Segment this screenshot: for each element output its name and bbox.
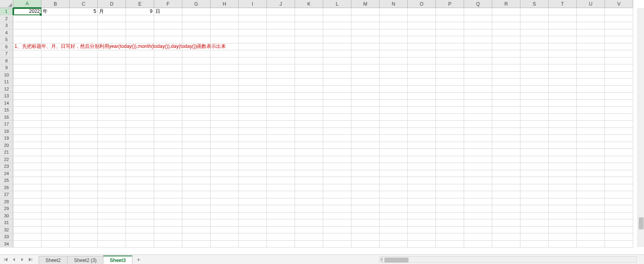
cell-O6[interactable]: [408, 43, 436, 51]
cell-T6[interactable]: [549, 43, 577, 51]
cell-H34[interactable]: [211, 241, 239, 248]
cell-S7[interactable]: [520, 50, 549, 58]
cell-Q25[interactable]: [464, 177, 492, 184]
cell-I6[interactable]: [239, 43, 267, 51]
cell-I32[interactable]: [239, 227, 267, 234]
cell-T5[interactable]: [549, 36, 577, 43]
cell-H11[interactable]: [211, 78, 239, 86]
cell-H16[interactable]: [211, 114, 239, 121]
cell-O7[interactable]: [408, 50, 436, 58]
cell-V17[interactable]: [605, 121, 633, 128]
column-header-V[interactable]: V: [605, 0, 633, 8]
cell-K13[interactable]: [295, 93, 323, 100]
cell-L13[interactable]: [323, 93, 351, 100]
cell-E21[interactable]: [126, 149, 154, 156]
sheet-tab-Sheet2[interactable]: Sheet2: [39, 256, 68, 264]
cell-I17[interactable]: [239, 121, 267, 128]
cell-O34[interactable]: [408, 241, 436, 248]
cell-E7[interactable]: [126, 50, 154, 58]
cell-U18[interactable]: [577, 128, 605, 135]
row-header-7[interactable]: 7: [0, 50, 13, 58]
cell-Q26[interactable]: [464, 184, 492, 192]
cell-A21[interactable]: [13, 149, 41, 156]
cell-C26[interactable]: [70, 184, 98, 192]
column-header-L[interactable]: L: [323, 0, 351, 8]
cell-A11[interactable]: [13, 78, 41, 86]
cell-C3[interactable]: [70, 22, 98, 29]
cell-L29[interactable]: [323, 205, 351, 212]
cell-E12[interactable]: [126, 86, 154, 93]
cell-N14[interactable]: [380, 100, 408, 107]
cell-U6[interactable]: [577, 43, 605, 51]
cell-G34[interactable]: [182, 241, 211, 248]
cell-I22[interactable]: [239, 156, 267, 163]
cell-T21[interactable]: [549, 149, 577, 156]
cell-I10[interactable]: [239, 72, 267, 79]
cell-M13[interactable]: [351, 93, 380, 100]
cell-K25[interactable]: [295, 177, 323, 184]
cell-Q2[interactable]: [464, 15, 492, 23]
cell-A23[interactable]: [13, 163, 41, 170]
cell-F34[interactable]: [154, 241, 182, 248]
cell-M23[interactable]: [351, 163, 380, 170]
tab-nav-first-button[interactable]: [2, 256, 10, 263]
cell-F9[interactable]: [154, 64, 182, 72]
cell-E31[interactable]: [126, 219, 154, 227]
cell-T3[interactable]: [549, 22, 577, 29]
cell-F26[interactable]: [154, 184, 182, 192]
cell-L2[interactable]: [323, 15, 351, 23]
cell-H19[interactable]: [211, 135, 239, 142]
cell-R1[interactable]: [492, 8, 520, 15]
cell-I1[interactable]: [239, 8, 267, 15]
cell-S10[interactable]: [520, 72, 549, 79]
cell-L32[interactable]: [323, 227, 351, 234]
cell-S1[interactable]: [520, 8, 549, 15]
column-header-G[interactable]: G: [182, 0, 211, 8]
cell-P1[interactable]: [436, 8, 464, 15]
cell-Q28[interactable]: [464, 198, 492, 206]
cell-T20[interactable]: [549, 142, 577, 149]
cell-E19[interactable]: [126, 135, 154, 142]
cell-G1[interactable]: [182, 8, 211, 15]
cell-N17[interactable]: [380, 121, 408, 128]
cell-U10[interactable]: [577, 72, 605, 79]
cell-Q23[interactable]: [464, 163, 492, 170]
cell-M8[interactable]: [351, 58, 380, 65]
column-header-P[interactable]: P: [436, 0, 464, 8]
cell-S15[interactable]: [520, 107, 549, 114]
row-header-26[interactable]: 26: [0, 184, 13, 192]
cell-S3[interactable]: [520, 22, 549, 29]
cell-K21[interactable]: [295, 149, 323, 156]
cell-C23[interactable]: [70, 163, 98, 170]
cell-G13[interactable]: [182, 93, 211, 100]
add-sheet-button[interactable]: +: [134, 256, 143, 264]
cell-N16[interactable]: [380, 114, 408, 121]
cell-L4[interactable]: [323, 29, 351, 37]
cell-N5[interactable]: [380, 36, 408, 43]
cell-L12[interactable]: [323, 86, 351, 93]
cell-S11[interactable]: [520, 78, 549, 86]
cell-S8[interactable]: [520, 58, 549, 65]
cell-F4[interactable]: [154, 29, 182, 37]
cell-L5[interactable]: [323, 36, 351, 43]
cell-S31[interactable]: [520, 219, 549, 227]
row-header-10[interactable]: 10: [0, 72, 13, 79]
cell-P15[interactable]: [436, 107, 464, 114]
cell-R30[interactable]: [492, 212, 520, 220]
row-header-9[interactable]: 9: [0, 64, 13, 72]
cell-N28[interactable]: [380, 198, 408, 206]
row-header-15[interactable]: 15: [0, 107, 13, 114]
cell-C27[interactable]: [70, 191, 98, 198]
cell-G8[interactable]: [182, 58, 211, 65]
cell-M2[interactable]: [351, 15, 380, 23]
column-header-N[interactable]: N: [380, 0, 408, 8]
cell-M14[interactable]: [351, 100, 380, 107]
cell-N25[interactable]: [380, 177, 408, 184]
cell-M32[interactable]: [351, 227, 380, 234]
cell-K26[interactable]: [295, 184, 323, 192]
cell-M33[interactable]: [351, 233, 380, 241]
cell-O32[interactable]: [408, 227, 436, 234]
cell-O10[interactable]: [408, 72, 436, 79]
cell-U23[interactable]: [577, 163, 605, 170]
cell-V20[interactable]: [605, 142, 633, 149]
